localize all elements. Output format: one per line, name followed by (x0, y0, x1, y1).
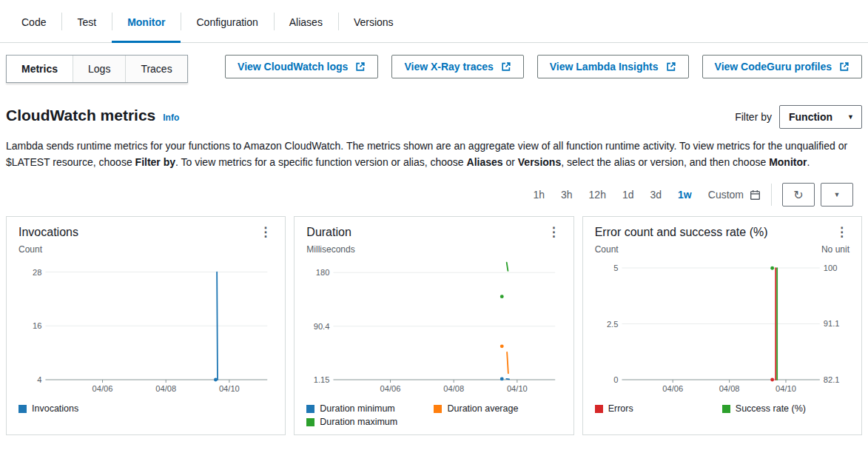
time-range-3d[interactable]: 3d (650, 189, 662, 201)
unit-left-label: Count (595, 244, 619, 255)
chart-card-error-count-and-success-rate: Error count and success rate (%)⋮CountNo… (582, 216, 862, 435)
chart-card-invocations: Invocations⋮Count2816404/0604/0804/10Inv… (6, 216, 286, 435)
description-segment: or (503, 156, 518, 168)
chart-menu-button[interactable]: ⋮ (258, 224, 273, 240)
info-link[interactable]: Info (163, 113, 179, 123)
legend-label: Duration maximum (320, 417, 397, 427)
time-range-1w[interactable]: 1w (678, 189, 692, 201)
legend-swatch (18, 405, 27, 413)
chart-legend: ErrorsSuccess rate (%) (595, 402, 850, 415)
chart-legend: Duration minimumDuration averageDuration… (306, 402, 561, 429)
button-label: View Lambda Insights (550, 61, 659, 73)
divider (771, 184, 772, 206)
tab-aliases[interactable]: Aliases (274, 0, 338, 42)
monitor-toolbar: MetricsLogsTraces View CloudWatch logsVi… (6, 55, 862, 83)
legend-item-invocations[interactable]: Invocations (18, 402, 146, 415)
chart-plot: 52.5010091.182.104/0604/0804/10 (595, 257, 850, 397)
chevron-down-icon: ▼ (834, 192, 841, 198)
time-range-custom[interactable]: Custom (708, 189, 761, 201)
filter-group: Filter by Function ▼ (735, 105, 862, 129)
svg-text:100: 100 (824, 263, 838, 272)
refresh-button[interactable]: ↻ (782, 183, 815, 207)
time-range-1h[interactable]: 1h (533, 189, 545, 201)
svg-text:04/06: 04/06 (662, 384, 683, 393)
tab-versions[interactable]: Versions (338, 0, 409, 42)
button-label: View CloudWatch logs (238, 61, 348, 73)
description: Lambda sends runtime metrics for your fu… (6, 138, 861, 170)
subtab-metrics[interactable]: Metrics (7, 56, 73, 82)
filter-by-label: Filter by (735, 111, 772, 123)
units-row: Milliseconds (306, 244, 561, 255)
legend-swatch (306, 405, 314, 413)
legend-item-success-rate[interactable]: Success rate (%) (722, 402, 850, 415)
legend-swatch (595, 405, 603, 413)
view-lambda-insights-button[interactable]: View Lambda Insights (537, 55, 689, 78)
legend-label: Errors (608, 403, 633, 414)
legend-item-duration-average[interactable]: Duration average (434, 402, 561, 415)
description-segment: Filter by (135, 156, 175, 168)
legend-label: Duration average (447, 403, 518, 414)
external-link-icon (355, 61, 366, 72)
view-codeguru-profiles-button[interactable]: View CodeGuru profiles (702, 55, 862, 78)
svg-text:04/10: 04/10 (776, 384, 796, 393)
tab-code[interactable]: Code (6, 0, 61, 42)
filter-function-dropdown[interactable]: Function ▼ (779, 105, 862, 129)
legend-label: Duration minimum (320, 403, 394, 414)
chart-title: Invocations (18, 226, 78, 239)
chart-menu-button[interactable]: ⋮ (834, 224, 850, 240)
svg-text:0: 0 (613, 375, 618, 384)
legend-label: Invocations (32, 403, 78, 414)
external-link-icon (666, 61, 676, 72)
tab-configuration[interactable]: Configuration (181, 0, 273, 42)
svg-text:04/06: 04/06 (380, 384, 401, 393)
svg-text:28: 28 (33, 268, 41, 277)
filter-function-value: Function (789, 111, 832, 123)
legend-swatch (306, 418, 314, 426)
calendar-icon (750, 189, 761, 201)
svg-text:04/08: 04/08 (719, 384, 739, 393)
legend-swatch (434, 405, 442, 413)
chevron-down-icon: ▼ (847, 114, 854, 121)
button-label: View CodeGuru profiles (715, 61, 832, 73)
svg-text:04/10: 04/10 (507, 384, 528, 393)
refresh-options-button[interactable]: ▼ (821, 183, 853, 207)
svg-text:90.4: 90.4 (314, 322, 330, 331)
subtab-traces[interactable]: Traces (126, 56, 186, 82)
tab-monitor[interactable]: Monitor (112, 0, 181, 42)
time-range-3h[interactable]: 3h (561, 189, 573, 201)
chart-menu-button[interactable]: ⋮ (546, 224, 562, 240)
time-ranges: 1h3h12h1d3d1wCustom (533, 189, 761, 201)
description-segment: Monitor (769, 156, 807, 168)
time-range-1d[interactable]: 1d (622, 189, 634, 201)
chart-plot: 2816404/0604/0804/10 (18, 257, 273, 397)
chart-title: Error count and success rate (%) (595, 226, 768, 239)
legend-item-duration-minimum[interactable]: Duration minimum (306, 402, 434, 415)
units-row: CountNo unit (595, 244, 850, 255)
legend-label: Success rate (%) (736, 403, 806, 414)
svg-text:91.1: 91.1 (824, 319, 840, 328)
time-range-12h[interactable]: 12h (589, 189, 606, 201)
page-title: CloudWatch metrics (6, 107, 155, 124)
svg-text:2.5: 2.5 (607, 320, 618, 329)
units-row: Count (18, 244, 273, 255)
chart-title: Duration (306, 226, 351, 239)
svg-text:04/08: 04/08 (155, 384, 176, 393)
external-tool-buttons: View CloudWatch logsView X-Ray tracesVie… (225, 55, 862, 78)
function-tabs: CodeTestMonitorConfigurationAliasesVersi… (0, 0, 868, 43)
view-x-ray-traces-button[interactable]: View X-Ray traces (391, 55, 523, 78)
svg-text:04/06: 04/06 (92, 384, 113, 393)
legend-item-duration-maximum[interactable]: Duration maximum (306, 415, 434, 429)
view-cloudwatch-logs-button[interactable]: View CloudWatch logs (225, 55, 378, 78)
chart-header: Error count and success rate (%)⋮ (595, 224, 850, 240)
heading-row: CloudWatch metrics Info Filter by Functi… (6, 105, 862, 129)
chart-header: Duration⋮ (306, 224, 561, 240)
description-segment: . (807, 156, 810, 168)
subtab-logs[interactable]: Logs (73, 56, 126, 82)
chart-legend: Invocations (18, 402, 273, 415)
refresh-icon: ↻ (793, 188, 803, 202)
svg-text:1.15: 1.15 (314, 375, 330, 384)
tab-test[interactable]: Test (61, 0, 112, 42)
unit-left-label: Milliseconds (306, 244, 354, 255)
legend-item-errors[interactable]: Errors (595, 402, 722, 415)
svg-text:82.1: 82.1 (824, 375, 840, 384)
